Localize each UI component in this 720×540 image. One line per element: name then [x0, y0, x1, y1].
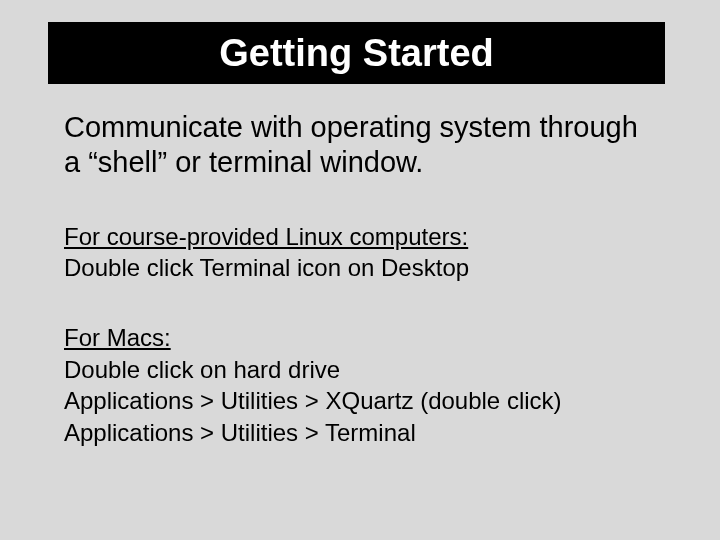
slide-title: Getting Started: [219, 32, 493, 75]
slide: Getting Started Communicate with operati…: [0, 0, 720, 540]
linux-line-1: Double click Terminal icon on Desktop: [64, 252, 650, 284]
slide-body: Communicate with operating system throug…: [64, 110, 650, 487]
mac-line-2: Applications > Utilities > XQuartz (doub…: [64, 385, 650, 417]
linux-heading: For course-provided Linux computers:: [64, 221, 650, 253]
mac-heading: For Macs:: [64, 322, 650, 354]
mac-line-3: Applications > Utilities > Terminal: [64, 417, 650, 449]
title-bar: Getting Started: [48, 22, 665, 84]
mac-line-1: Double click on hard drive: [64, 354, 650, 386]
lead-text: Communicate with operating system throug…: [64, 110, 650, 181]
mac-section: For Macs: Double click on hard drive App…: [64, 322, 650, 449]
linux-section: For course-provided Linux computers: Dou…: [64, 221, 650, 284]
